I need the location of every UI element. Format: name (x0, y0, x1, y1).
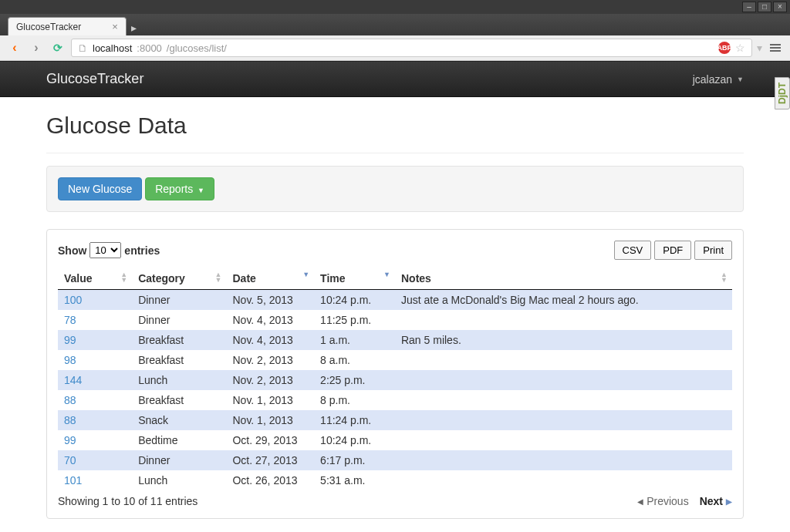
show-label-pre: Show (58, 244, 86, 257)
close-window-button[interactable]: × (773, 2, 787, 12)
tab-title: GlucoseTracker (16, 22, 81, 32)
col-date[interactable]: Date▼ (226, 268, 314, 290)
browser-chrome: – □ × GlucoseTracker × ▸ ‹ › ⟳ 🗋 localho… (0, 0, 790, 62)
cell-time: 5:31 a.m. (314, 470, 395, 490)
cell-value[interactable]: 70 (58, 450, 132, 470)
cell-date: Nov. 5, 2013 (226, 290, 314, 311)
cell-notes (395, 450, 732, 470)
export-buttons: CSV PDF Print (614, 241, 732, 260)
reload-button[interactable]: ⟳ (49, 39, 66, 56)
minimize-button[interactable]: – (742, 2, 756, 12)
table-footer: Showing 1 to 10 of 11 entries ◀ Previous… (58, 495, 732, 507)
app-navbar: GlucoseTracker jcalazan ▼ (0, 62, 790, 97)
cell-notes (395, 410, 732, 430)
cell-category: Dinner (132, 450, 226, 470)
bookmark-icon[interactable]: ☆ (735, 42, 745, 54)
table-row: 144LunchNov. 2, 20132:25 p.m. (58, 370, 732, 390)
cell-category: Dinner (132, 310, 226, 330)
cell-time: 11:25 p.m. (314, 310, 395, 330)
reports-dropdown-button[interactable]: Reports ▼ (145, 177, 214, 200)
cell-value[interactable]: 144 (58, 370, 132, 390)
cell-time: 8 a.m. (314, 350, 395, 370)
show-label-post: entries (124, 244, 160, 257)
export-csv-button[interactable]: CSV (614, 241, 652, 260)
export-print-button[interactable]: Print (694, 241, 732, 260)
cell-value[interactable]: 88 (58, 390, 132, 410)
forward-button[interactable]: › (28, 39, 45, 56)
col-category[interactable]: Category▲▼ (132, 268, 226, 290)
table-row: 101LunchOct. 26, 20135:31 a.m. (58, 470, 732, 490)
cell-value[interactable]: 98 (58, 350, 132, 370)
export-pdf-button[interactable]: PDF (654, 241, 691, 260)
close-tab-icon[interactable]: × (112, 21, 118, 32)
cell-date: Oct. 29, 2013 (226, 430, 314, 450)
col-time[interactable]: Time▼ (314, 268, 395, 290)
table-row: 78DinnerNov. 4, 201311:25 p.m. (58, 310, 732, 330)
cell-notes (395, 350, 732, 370)
page-size-select[interactable]: 10 (89, 242, 121, 258)
table-header-row: Value▲▼ Category▲▼ Date▼ Time▼ Notes▲▼ (58, 268, 732, 290)
cell-date: Nov. 4, 2013 (226, 310, 314, 330)
cell-category: Dinner (132, 290, 226, 311)
cell-category: Lunch (132, 470, 226, 490)
cell-time: 10:24 p.m. (314, 430, 395, 450)
cell-notes (395, 470, 732, 490)
cell-time: 1 a.m. (314, 330, 395, 350)
length-control: Show 10 entries (58, 242, 160, 258)
col-value[interactable]: Value▲▼ (58, 268, 132, 290)
cell-date: Nov. 4, 2013 (226, 330, 314, 350)
table-row: 88BreakfastNov. 1, 20138 p.m. (58, 390, 732, 410)
pager: ◀ Previous Next ▶ (637, 495, 732, 507)
cell-category: Lunch (132, 370, 226, 390)
cell-date: Nov. 2, 2013 (226, 370, 314, 390)
chevron-down-icon[interactable]: ▾ (757, 42, 762, 54)
cell-date: Oct. 27, 2013 (226, 450, 314, 470)
triangle-left-icon: ◀ (637, 497, 643, 506)
sort-icon: ▲▼ (215, 272, 222, 283)
cell-notes (395, 370, 732, 390)
table-row: 100DinnerNov. 5, 201310:24 p.m.Just ate … (58, 290, 732, 311)
cell-time: 2:25 p.m. (314, 370, 395, 390)
action-panel: New Glucose Reports ▼ (46, 166, 744, 212)
cell-date: Nov. 2, 2013 (226, 350, 314, 370)
debug-toolbar-badge[interactable]: DjDT (775, 77, 790, 109)
new-tab-button[interactable]: ▸ (127, 20, 141, 35)
glucose-table: Value▲▼ Category▲▼ Date▼ Time▼ Notes▲▼ 1… (58, 268, 732, 490)
cell-value[interactable]: 99 (58, 430, 132, 450)
table-row: 70DinnerOct. 27, 20136:17 p.m. (58, 450, 732, 470)
hamburger-menu-icon[interactable] (767, 41, 784, 55)
cell-category: Breakfast (132, 350, 226, 370)
url-input[interactable]: 🗋 localhost:8000/glucoses/list/ ABP ☆ (71, 39, 752, 57)
window-controls: – □ × (0, 0, 790, 14)
cell-value[interactable]: 101 (58, 470, 132, 490)
cell-value[interactable]: 78 (58, 310, 132, 330)
user-name: jcalazan (693, 73, 732, 86)
new-glucose-button[interactable]: New Glucose (58, 177, 142, 200)
table-row: 99BedtimeOct. 29, 201310:24 p.m. (58, 430, 732, 450)
brand-link[interactable]: GlucoseTracker (46, 71, 143, 87)
next-button[interactable]: Next ▶ (700, 495, 732, 507)
url-path: /glucoses/list/ (167, 42, 227, 54)
cell-notes (395, 430, 732, 450)
cell-time: 6:17 p.m. (314, 450, 395, 470)
cell-value[interactable]: 99 (58, 330, 132, 350)
divider (46, 153, 744, 153)
cell-category: Breakfast (132, 390, 226, 410)
cell-date: Oct. 26, 2013 (226, 470, 314, 490)
browser-tab[interactable]: GlucoseTracker × (8, 17, 127, 35)
table-row: 98BreakfastNov. 2, 20138 a.m. (58, 350, 732, 370)
cell-notes: Just ate a McDonald's Big Mac meal 2 hou… (395, 290, 732, 311)
cell-value[interactable]: 100 (58, 290, 132, 311)
table-row: 99BreakfastNov. 4, 20131 a.m.Ran 5 miles… (58, 330, 732, 350)
col-notes[interactable]: Notes▲▼ (395, 268, 732, 290)
page-icon: 🗋 (78, 42, 88, 54)
user-menu[interactable]: jcalazan ▼ (693, 73, 744, 86)
tab-strip: GlucoseTracker × ▸ (0, 14, 790, 35)
maximize-button[interactable]: □ (758, 2, 771, 12)
cell-notes (395, 390, 732, 410)
previous-button[interactable]: ◀ Previous (637, 495, 688, 507)
caret-down-icon: ▼ (198, 187, 204, 194)
adblock-icon[interactable]: ABP (718, 42, 731, 54)
cell-value[interactable]: 88 (58, 410, 132, 430)
back-button[interactable]: ‹ (6, 39, 23, 56)
